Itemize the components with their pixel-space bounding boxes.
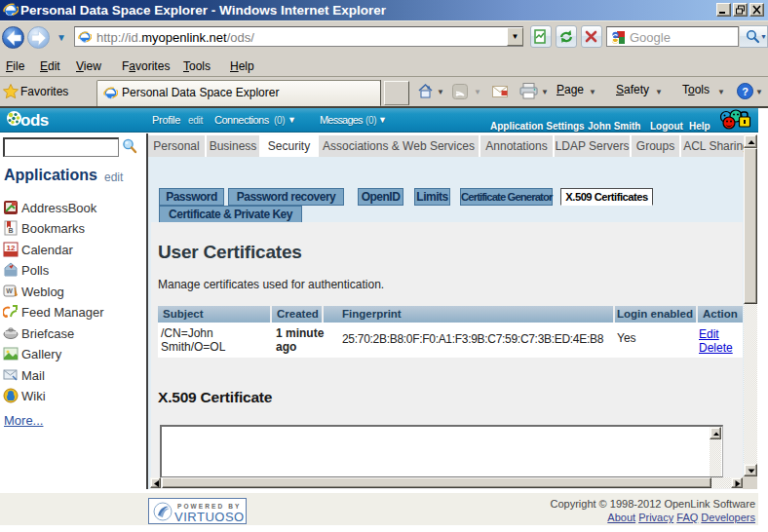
- svg-text:12: 12: [7, 244, 16, 252]
- svg-text:B: B: [8, 227, 13, 234]
- svg-text:W: W: [6, 287, 13, 294]
- svg-text:?: ?: [742, 86, 749, 97]
